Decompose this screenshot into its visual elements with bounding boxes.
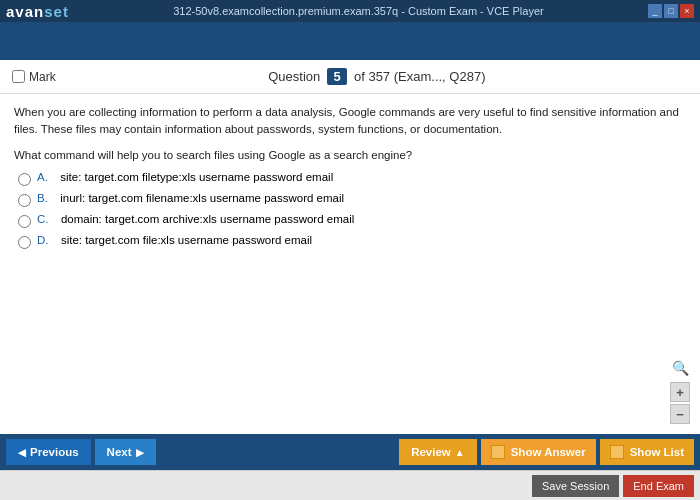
question-label: Question: [268, 69, 320, 84]
next-label: Next: [107, 446, 132, 458]
question-total: of 357 (Exam..., Q287): [354, 69, 486, 84]
prev-arrow-icon: ◀: [18, 447, 26, 458]
app-logo: avanset: [6, 3, 69, 20]
option-d-label: D.: [37, 234, 55, 246]
show-answer-icon: [491, 445, 505, 459]
option-b-radio[interactable]: [18, 194, 31, 207]
save-session-button[interactable]: Save Session: [532, 475, 619, 497]
option-d[interactable]: D. site: target.com file:xls username pa…: [18, 234, 686, 249]
previous-label: Previous: [30, 446, 79, 458]
option-d-text: site: target.com file:xls username passw…: [61, 234, 312, 246]
option-c[interactable]: C. domain: target.com archive:xls userna…: [18, 213, 686, 228]
title-bar: avanset 312-50v8.examcollection.premium.…: [0, 0, 700, 22]
header-bar: [0, 22, 700, 60]
option-c-text: domain: target.com archive:xls username …: [61, 213, 354, 225]
options-list: A. site: target.com filetype:xls usernam…: [18, 171, 686, 249]
option-b-label: B.: [37, 192, 54, 204]
question-content: When you are collecting information to p…: [0, 94, 700, 434]
option-b[interactable]: B. inurl: target.com filename:xls userna…: [18, 192, 686, 207]
review-arrow-icon: ▲: [455, 447, 465, 458]
mark-checkbox[interactable]: [12, 70, 25, 83]
logo-part2: set: [44, 3, 69, 20]
logo-part1: avan: [6, 3, 44, 20]
end-exam-button[interactable]: End Exam: [623, 475, 694, 497]
question-info: Question 5 of 357 (Exam..., Q287): [66, 68, 688, 85]
option-b-text: inurl: target.com filename:xls username …: [60, 192, 344, 204]
content-area: When you are collecting information to p…: [0, 94, 700, 434]
zoom-in-button[interactable]: +: [670, 382, 690, 402]
very-bottom-bar: Save Session End Exam: [0, 470, 700, 500]
zoom-out-button[interactable]: −: [670, 404, 690, 424]
mark-label: Mark: [29, 70, 56, 84]
option-d-radio[interactable]: [18, 236, 31, 249]
review-button[interactable]: Review ▲: [399, 439, 477, 465]
option-a-radio[interactable]: [18, 173, 31, 186]
question-stem: What command will help you to search fil…: [14, 149, 686, 161]
question-header: Mark Question 5 of 357 (Exam..., Q287): [0, 60, 700, 94]
minimize-button[interactable]: _: [648, 4, 662, 18]
question-paragraph: When you are collecting information to p…: [14, 104, 686, 139]
zoom-controls: 🔍 + −: [670, 360, 690, 424]
show-list-icon: [610, 445, 624, 459]
option-a-text: site: target.com filetype:xls username p…: [60, 171, 333, 183]
maximize-button[interactable]: □: [664, 4, 678, 18]
show-answer-button[interactable]: Show Answer: [481, 439, 596, 465]
show-list-label: Show List: [630, 446, 684, 458]
show-list-button[interactable]: Show List: [600, 439, 694, 465]
search-icon: 🔍: [672, 360, 689, 376]
window-controls[interactable]: _ □ ×: [648, 4, 694, 18]
bottom-nav: ◀ Previous Next ▶ Review ▲ Show Answer S…: [0, 434, 700, 470]
next-button[interactable]: Next ▶: [95, 439, 156, 465]
previous-button[interactable]: ◀ Previous: [6, 439, 91, 465]
review-label: Review: [411, 446, 451, 458]
option-a[interactable]: A. site: target.com filetype:xls usernam…: [18, 171, 686, 186]
title-bar-logo-area: avanset: [6, 3, 69, 20]
show-answer-label: Show Answer: [511, 446, 586, 458]
next-arrow-icon: ▶: [136, 447, 144, 458]
option-a-label: A.: [37, 171, 54, 183]
question-number: 5: [327, 68, 346, 85]
option-c-label: C.: [37, 213, 55, 225]
window-title: 312-50v8.examcollection.premium.exam.357…: [69, 5, 648, 17]
mark-checkbox-area[interactable]: Mark: [12, 70, 56, 84]
option-c-radio[interactable]: [18, 215, 31, 228]
close-button[interactable]: ×: [680, 4, 694, 18]
